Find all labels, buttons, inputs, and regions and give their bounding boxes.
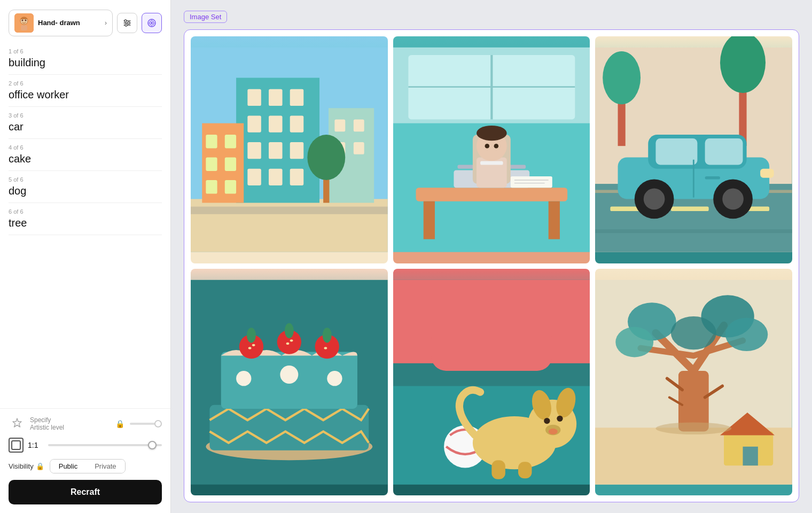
svg-rect-60 — [510, 176, 552, 188]
prompt-item[interactable]: 6 of 6 tree — [9, 203, 162, 235]
sidebar-bottom: Specify Artistic level 🔒 1:1 Visibility — [0, 408, 170, 513]
svg-rect-76 — [705, 138, 743, 165]
svg-rect-59 — [480, 161, 503, 165]
ratio-slider[interactable] — [48, 444, 162, 446]
svg-point-11 — [151, 22, 153, 24]
visibility-public-button[interactable]: Public — [50, 460, 86, 473]
prompt-counter-5: 5 of 6 — [9, 176, 162, 183]
prompt-counter-3: 3 of 6 — [9, 112, 162, 119]
svg-rect-71 — [671, 207, 709, 212]
artistic-icon — [9, 415, 26, 432]
recraft-button[interactable]: Recraft — [9, 480, 162, 504]
svg-rect-48 — [416, 188, 567, 201]
image-cell-worker[interactable] — [393, 36, 590, 263]
svg-point-80 — [723, 189, 744, 210]
svg-point-94 — [323, 328, 332, 343]
svg-rect-116 — [491, 460, 505, 479]
prompt-counter-1: 1 of 6 — [9, 48, 162, 55]
svg-point-98 — [290, 339, 293, 341]
prompt-text-5: dog — [9, 185, 162, 197]
svg-rect-106 — [431, 325, 552, 370]
svg-rect-37 — [354, 120, 364, 132]
svg-point-135 — [671, 316, 716, 349]
style-selector[interactable]: Hand- drawn › — [9, 10, 113, 36]
prompt-item[interactable]: 4 of 6 cake — [9, 139, 162, 171]
visibility-toggle: Public Private — [50, 459, 126, 473]
svg-point-78 — [644, 189, 665, 210]
svg-rect-29 — [206, 135, 217, 149]
ratio-row: 1:1 — [9, 438, 162, 453]
svg-point-41 — [307, 135, 345, 180]
prompt-counter-6: 6 of 6 — [9, 208, 162, 215]
svg-rect-24 — [290, 142, 304, 159]
svg-rect-121 — [743, 446, 758, 465]
image-grid-container — [184, 29, 799, 502]
svg-rect-19 — [247, 115, 261, 132]
svg-point-113 — [557, 415, 563, 421]
style-button[interactable] — [142, 13, 162, 33]
svg-rect-42 — [191, 207, 388, 214]
style-name: Hand- drawn — [38, 19, 100, 27]
svg-rect-83 — [705, 176, 720, 180]
svg-rect-27 — [290, 169, 304, 185]
svg-point-90 — [247, 328, 256, 343]
prompt-item[interactable]: 5 of 6 dog — [9, 171, 162, 203]
prompt-text-2: office worker — [9, 89, 162, 101]
visibility-private-button[interactable]: Private — [86, 460, 124, 473]
style-avatar — [14, 13, 34, 33]
svg-point-99 — [324, 347, 327, 349]
svg-rect-31 — [206, 157, 217, 171]
visibility-row: Visibility 🔒 Public Private — [9, 459, 162, 473]
svg-rect-49 — [423, 201, 434, 239]
svg-rect-17 — [269, 89, 283, 106]
prompt-text-4: cake — [9, 153, 162, 165]
image-cell-tree[interactable] — [595, 269, 792, 496]
prompt-item[interactable]: 3 of 6 car — [9, 107, 162, 139]
svg-point-56 — [477, 126, 507, 141]
image-set-badge: Image Set — [184, 11, 227, 23]
svg-rect-36 — [334, 120, 345, 132]
svg-point-2 — [22, 20, 24, 21]
svg-rect-20 — [269, 115, 283, 132]
prompt-text-1: building — [9, 57, 162, 69]
svg-rect-23 — [269, 142, 283, 159]
artistic-level-row: Specify Artistic level 🔒 — [9, 415, 162, 432]
svg-rect-4 — [21, 25, 27, 30]
svg-rect-26 — [269, 169, 283, 185]
prompt-text-6: tree — [9, 217, 162, 229]
svg-rect-50 — [548, 201, 559, 239]
svg-rect-22 — [247, 142, 261, 159]
svg-point-95 — [248, 347, 252, 349]
prompt-counter-2: 2 of 6 — [9, 80, 162, 87]
artistic-slider-thumb[interactable] — [154, 420, 162, 428]
image-cell-cake[interactable] — [191, 269, 388, 496]
svg-point-96 — [252, 344, 255, 346]
svg-rect-75 — [656, 138, 698, 165]
svg-rect-39 — [354, 142, 364, 154]
svg-point-58 — [494, 144, 498, 149]
sidebar: Hand- drawn › 1 — [0, 0, 171, 513]
prompt-item[interactable]: 2 of 6 office worker — [9, 75, 162, 107]
artistic-label: Specify Artistic level — [30, 416, 111, 432]
svg-point-115 — [548, 428, 557, 434]
image-cell-dog[interactable] — [393, 269, 590, 496]
image-cell-car[interactable] — [595, 36, 792, 263]
image-grid — [191, 36, 792, 495]
svg-point-136 — [656, 422, 732, 434]
svg-point-3 — [25, 20, 27, 21]
svg-rect-16 — [247, 89, 261, 106]
prompt-text-3: car — [9, 121, 162, 133]
ratio-slider-thumb[interactable] — [148, 441, 157, 449]
chevron-right-icon: › — [105, 19, 107, 27]
artistic-slider[interactable] — [130, 423, 162, 425]
filter-button[interactable] — [117, 13, 137, 33]
image-cell-building[interactable] — [191, 36, 388, 263]
prompt-item[interactable]: 1 of 6 building — [9, 43, 162, 75]
svg-rect-12 — [12, 441, 20, 449]
svg-point-102 — [327, 370, 342, 385]
prompt-counter-4: 4 of 6 — [9, 144, 162, 151]
svg-point-10 — [125, 24, 127, 26]
svg-point-101 — [280, 366, 298, 384]
svg-point-100 — [236, 370, 251, 385]
main-content: Image Set — [171, 0, 812, 513]
